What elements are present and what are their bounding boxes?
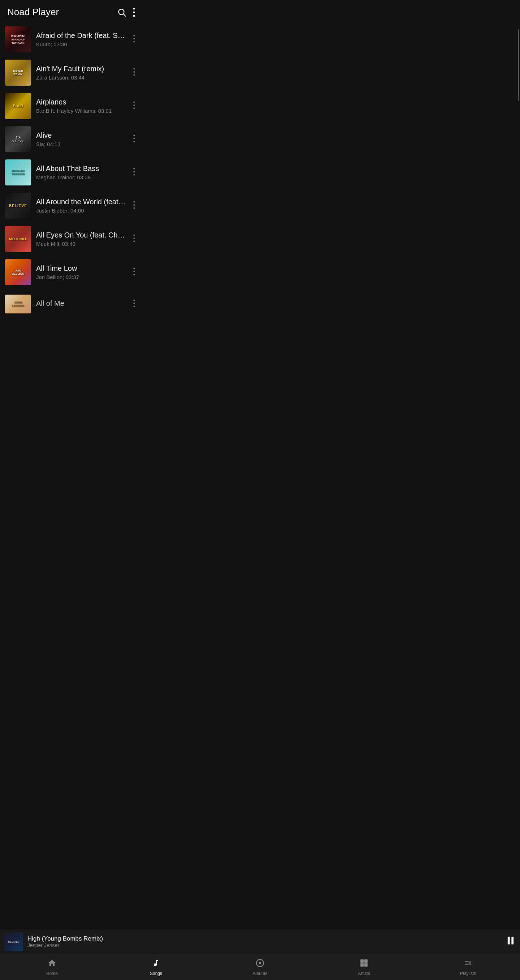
svg-point-14	[134, 134, 135, 136]
song-meta: Meek Mill; 03:43	[36, 241, 127, 247]
album-art: BELIEVE	[5, 192, 31, 219]
vertical-dots-icon	[133, 68, 135, 76]
list-item[interactable]: B.o.B Airplanes B.o.B ft. Hayley William…	[0, 89, 141, 123]
song-meta: Sia; 04:13	[36, 141, 127, 147]
list-item[interactable]: JONBELLION All Time Low Jon Bellion; 03:…	[0, 256, 141, 289]
song-title: Alive	[36, 131, 127, 140]
vertical-dots-icon	[133, 168, 135, 176]
search-button[interactable]	[117, 8, 126, 17]
song-more-button[interactable]	[132, 32, 136, 47]
song-meta: B.o.B ft. Hayley Williams; 03:01	[36, 108, 127, 114]
list-item[interactable]: JOHNLEGEND All of Me	[0, 289, 141, 319]
svg-point-6	[134, 38, 135, 40]
svg-point-20	[134, 201, 135, 202]
song-info: Airplanes B.o.B ft. Hayley Williams; 03:…	[36, 98, 127, 114]
song-more-button[interactable]	[132, 198, 136, 214]
svg-point-2	[133, 8, 135, 10]
vertical-dots-icon	[133, 267, 135, 275]
song-title: All of Me	[36, 299, 127, 308]
song-title: Afraid of the Dark (feat. Sophiya)	[36, 32, 127, 40]
vertical-dots-icon	[133, 8, 135, 17]
svg-point-7	[134, 41, 135, 42]
svg-point-19	[134, 174, 135, 175]
song-info: All Eyes On You (feat. Chris Brown & Ni.…	[36, 231, 127, 247]
song-title: All Eyes On You (feat. Chris Brown & Ni.…	[36, 231, 127, 239]
svg-point-12	[134, 105, 135, 106]
album-art: KUUROAFRAID OFTHE DARK	[5, 26, 31, 52]
song-info: All of Me	[36, 299, 127, 309]
list-item[interactable]: BELIEVE All Around the World (featuring …	[0, 189, 141, 222]
list-item[interactable]: MEGHANTRAINOR All About That Bass Meghan…	[0, 156, 141, 189]
song-more-button[interactable]	[132, 265, 136, 280]
song-more-button[interactable]	[132, 296, 136, 312]
song-more-button[interactable]	[132, 165, 136, 180]
song-list: KUUROAFRAID OFTHE DARK Afraid of the Dar…	[0, 23, 141, 319]
svg-point-27	[134, 271, 135, 272]
svg-point-17	[134, 168, 135, 169]
search-icon	[117, 8, 126, 17]
svg-point-3	[133, 11, 135, 13]
list-item[interactable]: MEEK MILL All Eyes On You (feat. Chris B…	[0, 222, 141, 256]
vertical-dots-icon	[133, 101, 135, 109]
svg-point-30	[134, 302, 135, 304]
vertical-dots-icon	[133, 299, 135, 307]
song-meta: Jon Bellion; 03:37	[36, 274, 127, 280]
svg-line-1	[124, 14, 126, 16]
album-art: R3HABREMIX	[5, 60, 31, 86]
song-info: Ain't My Fault (remix) Zara Larsson; 03:…	[36, 65, 127, 81]
svg-point-8	[134, 68, 135, 69]
song-meta: Meghan Trainor; 03:09	[36, 174, 127, 180]
song-title: All Around the World (featuring Ludacr..…	[36, 198, 127, 206]
svg-point-29	[134, 299, 135, 301]
svg-point-24	[134, 237, 135, 239]
app-header: Noad Player	[0, 0, 141, 23]
song-info: All Time Low Jon Bellion; 03:37	[36, 264, 127, 280]
album-art: SIAA L I V E	[5, 126, 31, 152]
more-options-button[interactable]	[133, 8, 135, 17]
svg-point-15	[134, 138, 135, 139]
vertical-dots-icon	[133, 201, 135, 209]
song-title: Airplanes	[36, 98, 127, 106]
song-title: All About That Bass	[36, 164, 127, 173]
vertical-dots-icon	[133, 35, 135, 43]
album-art: MEGHANTRAINOR	[5, 159, 31, 185]
song-title: All Time Low	[36, 264, 127, 272]
svg-point-16	[134, 141, 135, 142]
song-info: All Around the World (featuring Ludacr..…	[36, 198, 127, 214]
album-art: MEEK MILL	[5, 226, 31, 252]
song-more-button[interactable]	[132, 65, 136, 81]
svg-point-22	[134, 207, 135, 208]
song-info: Alive Sia; 04:13	[36, 131, 127, 147]
svg-point-13	[134, 107, 135, 109]
svg-point-4	[133, 15, 135, 17]
svg-point-11	[134, 101, 135, 103]
song-more-button[interactable]	[132, 132, 136, 147]
song-meta: Zara Larsson; 03:44	[36, 75, 127, 81]
svg-point-10	[134, 74, 135, 76]
vertical-dots-icon	[133, 134, 135, 142]
svg-point-28	[134, 274, 135, 275]
svg-point-31	[134, 305, 135, 307]
svg-point-25	[134, 240, 135, 242]
song-info: Afraid of the Dark (feat. Sophiya) Kuuro…	[36, 32, 127, 47]
song-title: Ain't My Fault (remix)	[36, 65, 127, 73]
svg-point-21	[134, 204, 135, 206]
song-info: All About That Bass Meghan Trainor; 03:0…	[36, 164, 127, 180]
app-title: Noad Player	[7, 6, 59, 18]
header-actions	[117, 8, 135, 17]
list-item[interactable]: KUUROAFRAID OFTHE DARK Afraid of the Dar…	[0, 23, 141, 56]
svg-point-18	[134, 171, 135, 172]
list-item[interactable]: R3HABREMIX Ain't My Fault (remix) Zara L…	[0, 56, 141, 89]
vertical-dots-icon	[133, 234, 135, 242]
album-art: JOHNLEGEND	[5, 294, 31, 313]
song-more-button[interactable]	[132, 98, 136, 114]
song-meta: Justin Bieber; 04:00	[36, 207, 127, 214]
svg-point-9	[134, 71, 135, 73]
song-more-button[interactable]	[132, 231, 136, 247]
list-item[interactable]: SIAA L I V E Alive Sia; 04:13	[0, 123, 141, 156]
svg-point-26	[134, 267, 135, 269]
album-art: B.o.B	[5, 93, 31, 119]
svg-point-23	[134, 234, 135, 236]
album-art: JONBELLION	[5, 259, 31, 285]
svg-point-5	[134, 35, 135, 36]
